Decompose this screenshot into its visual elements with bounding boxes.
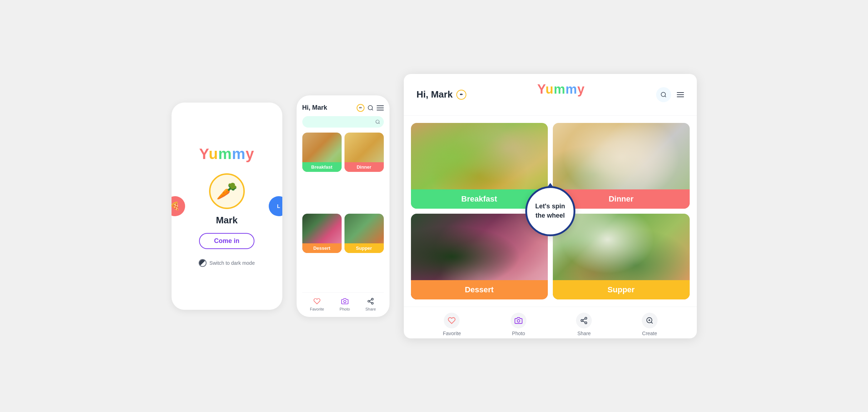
desktop-bottom-bar: Favorite Photo Share Create	[404, 307, 697, 338]
user-avatar: 🥕	[209, 173, 245, 209]
desktop-photo-icon	[511, 313, 526, 328]
mobile-greeting: Hi, Mark	[302, 104, 327, 111]
svg-line-6	[369, 302, 372, 303]
svg-line-7	[369, 299, 372, 301]
desktop-food-card-dinner[interactable]: Dinner	[553, 123, 690, 209]
breakfast-label: Breakfast	[302, 162, 342, 172]
share-icon	[366, 297, 375, 306]
desktop-greeting: Hi, Mark ✏	[417, 89, 466, 100]
mobile-food-card-supper[interactable]: Supper	[344, 214, 384, 253]
mobile-header-icons: ✏	[357, 104, 384, 112]
dessert-label: Dessert	[302, 243, 342, 253]
desktop-food-card-supper[interactable]: Supper	[553, 214, 690, 299]
dinner-label: Dinner	[344, 162, 384, 172]
logo-letter-y1: Y	[199, 145, 209, 162]
svg-point-2	[343, 300, 346, 303]
desktop-logo-u: u	[546, 82, 554, 96]
desktop-food-card-dessert[interactable]: Dessert	[411, 214, 548, 299]
desktop-hamburger-icon[interactable]	[677, 92, 684, 97]
logo-letter-y2: y	[245, 145, 254, 162]
desktop-photo-label: Photo	[512, 331, 525, 336]
yummy-logo: Yummy	[199, 145, 254, 163]
desktop-share-label: Share	[577, 331, 591, 336]
desktop-search-icon	[660, 91, 667, 98]
svg-point-8	[661, 92, 665, 96]
desktop-create-icon	[642, 313, 658, 328]
desktop-favorite-icon	[444, 313, 460, 328]
user-name: Mark	[216, 215, 238, 226]
desktop-food-card-breakfast[interactable]: Breakfast	[411, 123, 548, 209]
svg-point-4	[368, 300, 370, 302]
desktop-create-label: Create	[642, 331, 657, 336]
spin-wheel-button[interactable]: Let's spin the wheel	[525, 186, 575, 236]
svg-line-14	[583, 318, 585, 320]
dark-mode-toggle[interactable]: Switch to dark mode	[199, 259, 255, 267]
come-in-button[interactable]: Come in	[199, 233, 254, 249]
svg-point-10	[585, 317, 587, 319]
svg-point-11	[581, 319, 583, 322]
login-screen: 🍕 L Yummy 🥕 Mark Come in Switch to dark …	[172, 103, 282, 310]
desktop-dessert-label: Dessert	[411, 280, 548, 299]
desktop-food-grid: Breakfast Dinner Dessert Supper Let's sp…	[404, 116, 697, 307]
desktop-logo-m1: m	[554, 82, 566, 96]
desktop-yummy-logo: Yummy	[537, 82, 585, 97]
desktop-share-icon	[576, 313, 592, 328]
desktop-header-right	[656, 87, 684, 102]
side-left-emoji: 🍕	[172, 202, 180, 211]
desktop-logo-y2: y	[577, 82, 585, 96]
logo-letter-m2: m	[232, 145, 245, 162]
share-label: Share	[365, 307, 376, 311]
mobile-app-screen: Hi, Mark ✏ Breakfast Dinner Dessert Supp…	[297, 95, 390, 317]
mobile-nav-photo[interactable]: Photo	[339, 297, 350, 311]
hamburger-icon[interactable]	[377, 105, 384, 110]
desktop-nav-share[interactable]: Share	[576, 313, 592, 336]
search-bar-icon	[375, 119, 380, 124]
desktop-logo-m2: m	[566, 82, 577, 96]
svg-point-0	[368, 105, 372, 110]
mobile-header: Hi, Mark ✏	[302, 104, 384, 112]
desktop-favorite-label: Favorite	[443, 331, 461, 336]
mobile-food-grid: Breakfast Dinner Dessert Supper	[302, 133, 384, 292]
search-icon[interactable]	[367, 105, 374, 111]
desktop-nav-create[interactable]: Create	[642, 313, 658, 336]
spin-wheel-line1: Let's spin	[535, 202, 565, 211]
logo-letter-m1: m	[218, 145, 232, 162]
mobile-bottom-bar: Favorite Photo Share	[302, 292, 384, 311]
side-right-text: L	[277, 203, 280, 209]
mobile-search-bar[interactable]	[302, 116, 384, 128]
photo-label: Photo	[339, 307, 350, 311]
edit-icon[interactable]: ✏	[357, 104, 364, 112]
side-avatar-right: L	[269, 196, 282, 216]
desktop-edit-icon[interactable]: ✏	[456, 90, 466, 100]
svg-point-12	[585, 322, 587, 324]
svg-point-5	[372, 302, 373, 304]
mobile-nav-favorite[interactable]: Favorite	[310, 297, 324, 311]
desktop-nav-photo[interactable]: Photo	[511, 313, 526, 336]
dark-mode-label: Switch to dark mode	[209, 260, 255, 266]
svg-point-3	[372, 298, 373, 300]
side-avatar-left: 🍕	[172, 196, 185, 216]
supper-label: Supper	[344, 243, 384, 253]
dark-mode-icon	[199, 259, 207, 267]
photo-icon	[341, 297, 349, 306]
desktop-logo-y1: Y	[537, 82, 546, 96]
greeting-text: Hi, Mark	[417, 89, 453, 100]
svg-line-13	[583, 321, 585, 322]
desktop-search-button[interactable]	[656, 87, 671, 102]
favorite-icon	[313, 297, 321, 306]
logo-letter-u: u	[209, 145, 218, 162]
desktop-header: Hi, Mark ✏ Yummy	[404, 74, 697, 116]
desktop-nav-favorite[interactable]: Favorite	[443, 313, 461, 336]
desktop-app: Hi, Mark ✏ Yummy Breakfast Dinner Desser…	[404, 74, 697, 338]
desktop-supper-label: Supper	[553, 280, 690, 299]
spin-wheel-line2: the wheel	[535, 211, 565, 220]
mobile-food-card-dessert[interactable]: Dessert	[302, 214, 342, 253]
mobile-food-card-dinner[interactable]: Dinner	[344, 133, 384, 172]
mobile-food-card-breakfast[interactable]: Breakfast	[302, 133, 342, 172]
favorite-label: Favorite	[310, 307, 324, 311]
svg-point-1	[376, 120, 379, 123]
svg-point-9	[517, 319, 520, 322]
mobile-nav-share[interactable]: Share	[365, 297, 376, 311]
